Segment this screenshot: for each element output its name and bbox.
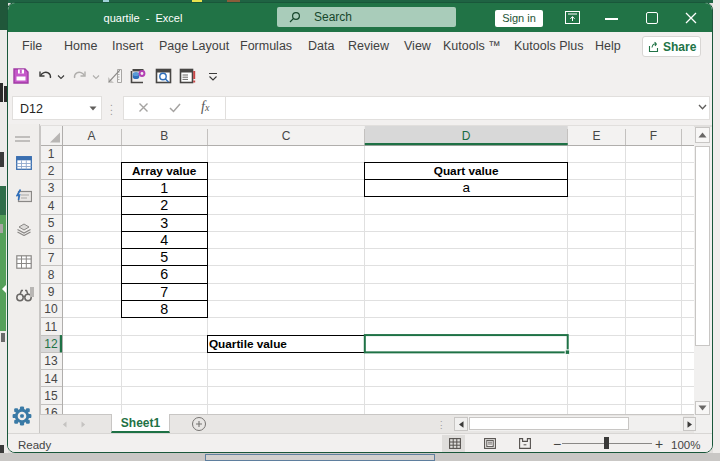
svg-text:Quart value: Quart value (434, 164, 499, 178)
svg-text:A: A (87, 129, 95, 143)
svg-text:15: 15 (44, 389, 58, 403)
svg-text:3: 3 (160, 215, 168, 231)
svg-text:8: 8 (48, 268, 55, 282)
svg-text:14: 14 (44, 372, 58, 386)
svg-text:C: C (282, 129, 291, 143)
svg-text:a: a (462, 180, 470, 195)
svg-text:2: 2 (48, 164, 55, 178)
svg-text:D: D (462, 129, 471, 143)
svg-text:6: 6 (48, 233, 55, 247)
svg-text:Quartile value: Quartile value (209, 337, 287, 351)
svg-text:6: 6 (160, 266, 168, 282)
svg-text:F: F (650, 129, 657, 143)
svg-text:1: 1 (160, 180, 168, 196)
svg-text:B: B (160, 129, 168, 143)
svg-text:4: 4 (160, 232, 168, 248)
svg-text:1: 1 (48, 147, 55, 161)
svg-text:12: 12 (44, 337, 58, 351)
svg-text:9: 9 (48, 285, 55, 299)
svg-text:8: 8 (160, 301, 168, 317)
svg-text:10: 10 (44, 302, 58, 316)
svg-text:4: 4 (48, 199, 55, 213)
svg-text:5: 5 (160, 249, 168, 265)
svg-text:7: 7 (48, 251, 55, 265)
svg-text:13: 13 (44, 354, 58, 368)
svg-text:2: 2 (160, 197, 168, 213)
svg-text:7: 7 (160, 284, 168, 300)
svg-text:3: 3 (48, 181, 55, 195)
svg-text:11: 11 (45, 320, 58, 334)
svg-text:5: 5 (48, 216, 55, 230)
svg-text:Array value: Array value (132, 164, 197, 178)
svg-text:E: E (592, 129, 600, 143)
